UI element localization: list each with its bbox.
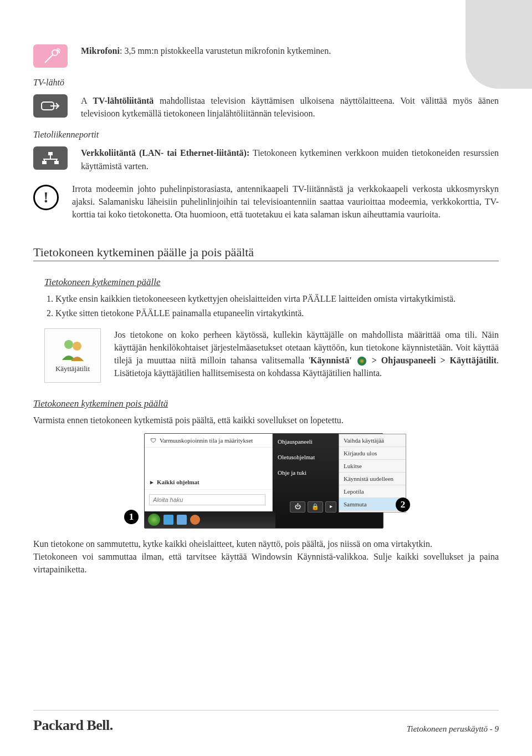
lock-item: Lukitse <box>339 460 406 473</box>
svg-rect-4 <box>42 161 47 164</box>
user-accounts-text: Jos tietokone on koko perheen käytössä, … <box>114 328 499 380</box>
power-button-icon: ⏻ <box>290 501 305 513</box>
warning-text: Irrota modeemin johto puhelinpistorasias… <box>72 182 499 221</box>
svg-rect-3 <box>48 152 53 155</box>
start-orb-icon <box>357 357 366 366</box>
users-icon <box>59 338 86 361</box>
all-programs-item: ▸Kaikki ohjelmat <box>145 475 272 490</box>
taskbar-app-icon <box>163 515 173 525</box>
sleep-item: Lepotila <box>339 485 406 498</box>
start-button-icon <box>148 514 160 526</box>
control-panel-item: Ohjauspaneeli <box>272 434 339 449</box>
tv-out-icon <box>33 94 68 118</box>
svg-point-10 <box>64 340 73 349</box>
power-off-intro: Varmista ennen tietokoneen kytkemistä po… <box>33 414 499 427</box>
network-ports-heading: Tietoliikenneportit <box>33 130 499 140</box>
svg-rect-7 <box>43 159 58 160</box>
start-search-input <box>149 494 265 505</box>
tv-out-heading: TV-lähtö <box>33 78 499 88</box>
callout-badge-2: 2 <box>396 498 410 512</box>
svg-rect-8 <box>44 159 45 161</box>
lock-button-icon: 🔒 <box>308 501 323 513</box>
svg-rect-5 <box>54 161 59 164</box>
svg-rect-6 <box>50 155 51 159</box>
svg-point-11 <box>73 342 81 351</box>
taskbar-app-icon <box>177 515 187 525</box>
power-on-step-2: Kytke sitten tietokone PÄÄLLE painamalla… <box>55 307 499 319</box>
power-heading: Tietokoneen kytkeminen päälle ja pois pä… <box>33 245 499 261</box>
svg-point-0 <box>52 50 58 55</box>
warning-icon: ! <box>33 185 59 210</box>
logoff-item: Kirjaudu ulos <box>339 447 406 460</box>
network-label: Verkkoliitäntä (LAN- tai Ethernet-liitän… <box>81 148 249 158</box>
user-accounts-label: Käyttäjätilit <box>55 364 90 373</box>
microphone-label: Mikrofoni <box>81 46 120 55</box>
ethernet-icon <box>33 146 68 170</box>
backup-status-item: 🛡Varmuuskopioinnin tila ja määritykset <box>145 434 272 448</box>
default-programs-item: Oletusohjelmat <box>272 449 339 465</box>
start-menu-screenshot: 🛡Varmuuskopioinnin tila ja määritykset ▸… <box>122 433 410 527</box>
power-off-p1: Kun tietokone on sammutettu, kytke kaikk… <box>33 537 499 550</box>
shutdown-arrow-icon: ▸ <box>325 501 336 513</box>
svg-rect-9 <box>56 159 57 161</box>
power-on-step-1: Kytke ensin kaikkien tietokoneeseen kytk… <box>55 292 499 305</box>
power-off-p2: Tietokoneen voi sammuttaa ilman, että ta… <box>33 550 499 576</box>
tv-out-label: TV-lähtöliitäntä <box>93 96 154 105</box>
taskbar-app-icon <box>190 515 200 525</box>
power-off-heading: Tietokoneen kytkeminen pois päältä <box>33 398 499 409</box>
callout-badge-1: 1 <box>124 510 139 524</box>
switch-user-item: Vaihda käyttäjää <box>339 434 406 447</box>
help-support-item: Ohje ja tuki <box>272 465 339 480</box>
power-on-heading: Tietokoneen kytkeminen päälle <box>33 277 499 288</box>
microphone-icon <box>33 44 68 68</box>
page-number: Tietokoneen peruskäyttö - 9 <box>407 724 499 734</box>
brand-logo: Packard Bell. <box>33 717 113 734</box>
microphone-description: Mikrofoni: 3,5 mm:n pistokkeella varuste… <box>81 44 331 57</box>
network-description: Verkkoliitäntä (LAN- tai Ethernet-liitän… <box>81 146 499 172</box>
user-accounts-tile: Käyttäjätilit <box>44 328 101 383</box>
svg-line-1 <box>45 55 53 63</box>
page-corner-decoration <box>466 0 532 89</box>
tv-out-description: A TV-lähtöliitäntä mahdollistaa televisi… <box>81 94 499 120</box>
restart-item: Käynnistä uudelleen <box>339 473 406 485</box>
